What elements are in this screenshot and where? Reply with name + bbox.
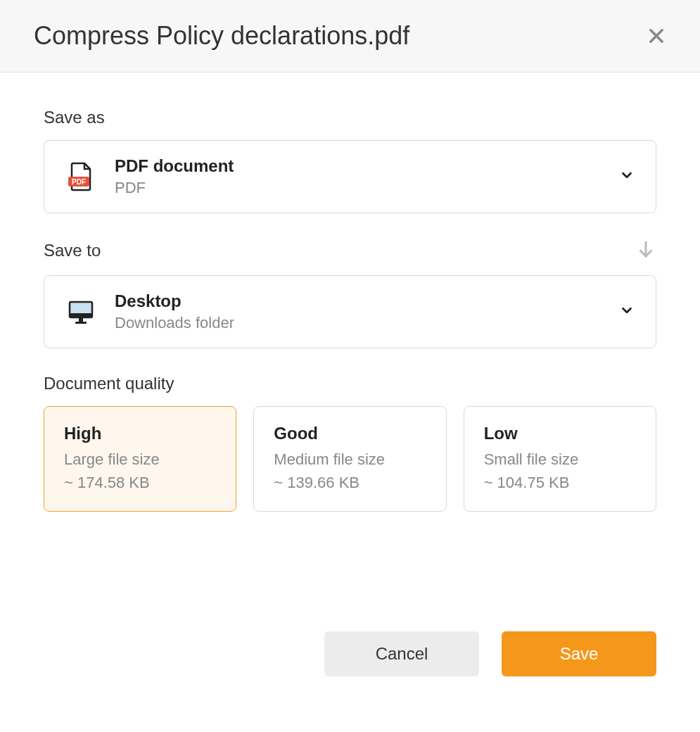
quality-option-good[interactable]: Good Medium file size ~ 139.66 KB: [253, 406, 446, 512]
chevron-down-icon: [619, 303, 635, 321]
close-icon: [647, 26, 666, 46]
dialog-footer: Cancel Save: [0, 631, 700, 676]
arrow-down-icon: [635, 239, 656, 263]
svg-rect-6: [70, 313, 92, 317]
dialog-title: Compress Policy declarations.pdf: [34, 21, 409, 51]
save-to-option-title: Desktop: [115, 291, 601, 311]
quality-option-desc: Medium file size: [274, 448, 426, 471]
dialog-body: Save as PDF PDF document PDF Save to: [0, 72, 700, 547]
save-to-option-subtitle: Downloads folder: [115, 314, 601, 332]
save-to-label: Save to: [44, 241, 101, 260]
quality-option-title: Good: [274, 424, 426, 443]
save-button[interactable]: Save: [502, 631, 656, 676]
quality-option-title: High: [64, 424, 216, 443]
cancel-button[interactable]: Cancel: [324, 631, 479, 676]
svg-text:PDF: PDF: [72, 178, 86, 186]
quality-option-size: ~ 139.66 KB: [274, 471, 426, 494]
save-as-option-title: PDF document: [115, 156, 601, 176]
quality-option-low[interactable]: Low Small file size ~ 104.75 KB: [464, 406, 656, 512]
pdf-file-icon: PDF: [65, 161, 96, 192]
chevron-down-icon: [619, 168, 635, 186]
quality-label: Document quality: [44, 374, 656, 393]
save-to-dropdown[interactable]: Desktop Downloads folder: [44, 275, 656, 348]
quality-option-high[interactable]: High Large file size ~ 174.58 KB: [44, 406, 236, 512]
quality-option-size: ~ 174.58 KB: [64, 471, 216, 494]
save-as-option-subtitle: PDF: [115, 179, 601, 197]
svg-rect-7: [79, 317, 83, 322]
save-as-label: Save as: [44, 108, 656, 127]
quality-options: High Large file size ~ 174.58 KB Good Me…: [44, 406, 656, 512]
quality-option-desc: Large file size: [64, 448, 216, 471]
save-as-dropdown[interactable]: PDF PDF document PDF: [44, 140, 656, 213]
dialog-header: Compress Policy declarations.pdf: [0, 0, 700, 72]
quality-option-desc: Small file size: [484, 448, 636, 471]
svg-rect-8: [75, 322, 87, 324]
quality-option-title: Low: [484, 424, 636, 443]
quality-option-size: ~ 104.75 KB: [484, 471, 636, 494]
close-button[interactable]: [647, 26, 666, 46]
desktop-icon: [65, 296, 96, 327]
